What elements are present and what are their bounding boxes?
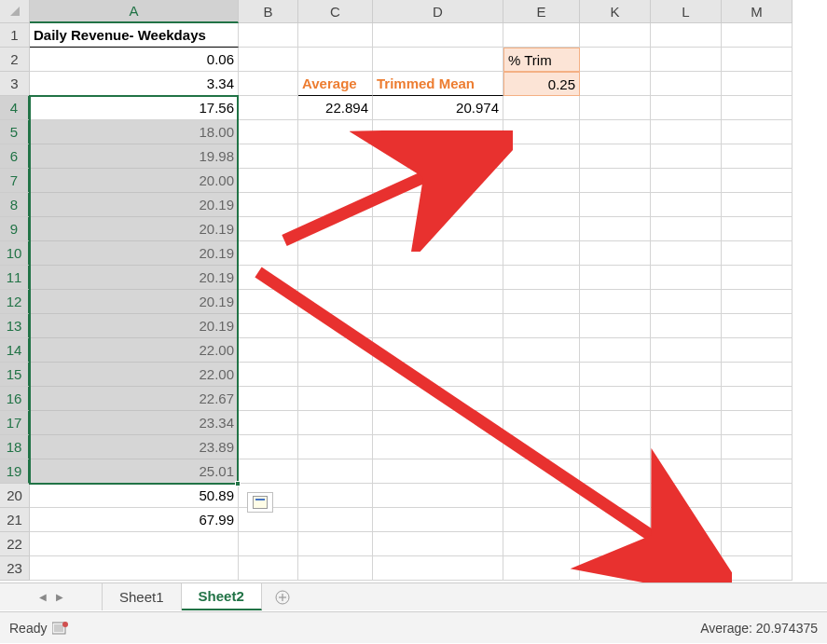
cell-K16[interactable] (580, 387, 651, 411)
cell-L22[interactable] (651, 532, 722, 556)
cell-M12[interactable] (722, 290, 793, 314)
cell-C11[interactable] (298, 266, 373, 290)
macro-record-icon[interactable] (52, 621, 69, 636)
cell-M4[interactable] (722, 96, 793, 120)
cell-D14[interactable] (373, 338, 503, 363)
sheet-tab-sheet1[interactable]: Sheet1 (103, 583, 182, 610)
cell-C20[interactable] (298, 484, 373, 508)
cell-E14[interactable] (503, 338, 580, 363)
cell-K23[interactable] (580, 556, 651, 581)
cell-M16[interactable] (722, 387, 793, 411)
cell-L6[interactable] (651, 144, 722, 169)
cell-M11[interactable] (722, 266, 793, 290)
cell-E5[interactable] (503, 120, 580, 144)
cell-M18[interactable] (722, 435, 793, 459)
select-all-corner[interactable] (0, 0, 30, 23)
column-header-B[interactable]: B (239, 0, 298, 23)
tab-next-icon[interactable]: ▶ (56, 592, 63, 602)
cell-D16[interactable] (373, 387, 503, 411)
column-header-D[interactable]: D (373, 0, 503, 23)
cell-C6[interactable] (298, 144, 373, 169)
cell-C10[interactable] (298, 241, 373, 266)
cell-L19[interactable] (651, 459, 722, 484)
cell-B17[interactable] (239, 411, 298, 435)
cell-K13[interactable] (580, 314, 651, 338)
cell-A13[interactable]: 20.19 (30, 314, 239, 338)
cell-D5[interactable] (373, 120, 503, 144)
cell-E15[interactable] (503, 363, 580, 387)
cell-M5[interactable] (722, 120, 793, 144)
cell-A4[interactable]: 17.56 (30, 96, 239, 120)
cell-E21[interactable] (503, 508, 580, 532)
cell-L12[interactable] (651, 290, 722, 314)
cell-A12[interactable]: 20.19 (30, 290, 239, 314)
cell-L15[interactable] (651, 363, 722, 387)
cell-K14[interactable] (580, 338, 651, 363)
cell-A11[interactable]: 20.19 (30, 266, 239, 290)
cell-C18[interactable] (298, 435, 373, 459)
row-header-21[interactable]: 21 (0, 508, 30, 532)
cell-D1[interactable] (373, 23, 503, 48)
cell-M1[interactable] (722, 23, 793, 48)
column-headers[interactable]: ABCDEKLM (30, 0, 793, 23)
cell-C14[interactable] (298, 338, 373, 363)
row-header-17[interactable]: 17 (0, 411, 30, 435)
cell-M20[interactable] (722, 484, 793, 508)
cell-A5[interactable]: 18.00 (30, 120, 239, 144)
cell-B6[interactable] (239, 144, 298, 169)
cell-B10[interactable] (239, 241, 298, 266)
cell-E18[interactable] (503, 435, 580, 459)
row-header-5[interactable]: 5 (0, 120, 30, 144)
cell-D13[interactable] (373, 314, 503, 338)
row-header-13[interactable]: 13 (0, 314, 30, 338)
cell-M13[interactable] (722, 314, 793, 338)
cell-M7[interactable] (722, 169, 793, 193)
column-header-A[interactable]: A (30, 0, 239, 23)
cell-D4[interactable]: 20.974 (373, 96, 503, 120)
cell-K12[interactable] (580, 290, 651, 314)
cell-D11[interactable] (373, 266, 503, 290)
cell-M17[interactable] (722, 411, 793, 435)
cell-C2[interactable] (298, 48, 373, 72)
cell-M2[interactable] (722, 48, 793, 72)
row-header-15[interactable]: 15 (0, 363, 30, 387)
cell-B22[interactable] (239, 532, 298, 556)
row-header-19[interactable]: 19 (0, 459, 30, 484)
cell-E17[interactable] (503, 411, 580, 435)
cell-L1[interactable] (651, 23, 722, 48)
cell-L18[interactable] (651, 435, 722, 459)
cell-K6[interactable] (580, 144, 651, 169)
cell-L17[interactable] (651, 411, 722, 435)
cell-B14[interactable] (239, 338, 298, 363)
cell-D19[interactable] (373, 459, 503, 484)
row-header-6[interactable]: 6 (0, 144, 30, 169)
cell-B3[interactable] (239, 72, 298, 96)
cell-C12[interactable] (298, 290, 373, 314)
fill-handle[interactable] (235, 481, 241, 486)
cell-B16[interactable] (239, 387, 298, 411)
cell-D18[interactable] (373, 435, 503, 459)
cell-L3[interactable] (651, 72, 722, 96)
cell-D6[interactable] (373, 144, 503, 169)
row-header-8[interactable]: 8 (0, 193, 30, 217)
cell-M14[interactable] (722, 338, 793, 363)
cell-D2[interactable] (373, 48, 503, 72)
cell-K9[interactable] (580, 217, 651, 241)
cell-A7[interactable]: 20.00 (30, 169, 239, 193)
cell-E4[interactable] (503, 96, 580, 120)
column-header-E[interactable]: E (503, 0, 580, 23)
cell-E19[interactable] (503, 459, 580, 484)
cell-M23[interactable] (722, 556, 793, 581)
cell-B2[interactable] (239, 48, 298, 72)
cell-K18[interactable] (580, 435, 651, 459)
cell-K19[interactable] (580, 459, 651, 484)
cell-L23[interactable] (651, 556, 722, 581)
cell-M21[interactable] (722, 508, 793, 532)
tab-nav-buttons[interactable]: ◀ ▶ (0, 583, 103, 610)
cell-B4[interactable] (239, 96, 298, 120)
column-header-K[interactable]: K (580, 0, 651, 23)
cell-C9[interactable] (298, 217, 373, 241)
paste-options-icon[interactable] (247, 492, 273, 513)
row-header-11[interactable]: 11 (0, 266, 30, 290)
cell-B11[interactable] (239, 266, 298, 290)
